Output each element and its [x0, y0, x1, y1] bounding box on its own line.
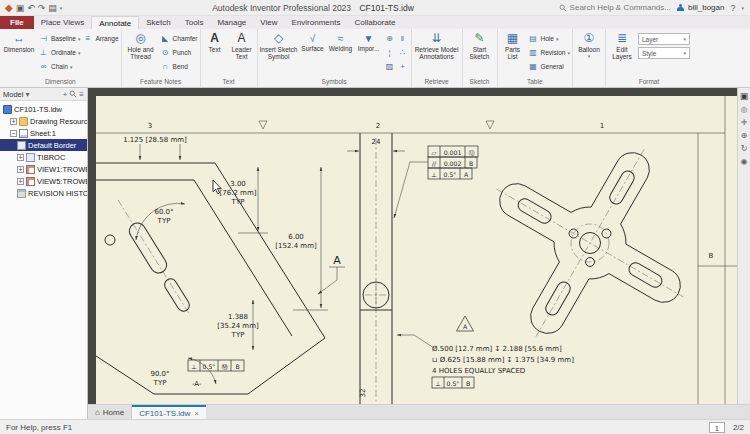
redo-icon[interactable]: ↷ — [38, 3, 46, 13]
browser-tab-caret-icon[interactable]: ▾ — [25, 90, 29, 99]
retrieve-group-label[interactable]: Retrieve — [414, 77, 460, 87]
text-group-label[interactable]: Text — [203, 77, 255, 87]
dim-24-text[interactable]: 24 — [372, 138, 381, 146]
orbit-icon[interactable]: ↻ — [741, 144, 748, 153]
edit-layers-button[interactable]: ≣ Edit Layers — [608, 30, 636, 60]
tab-sketch[interactable]: Sketch — [139, 16, 177, 29]
undo-icon[interactable]: ↶ — [27, 3, 35, 13]
style-dropdown[interactable]: Style▾ — [638, 47, 690, 59]
baseline-caret-icon[interactable]: ▾ — [78, 36, 81, 42]
dim-300-text[interactable]: 3.00 — [230, 180, 246, 188]
print-icon[interactable]: ▤ — [48, 3, 57, 13]
angle-90-text[interactable]: 90.0° — [150, 370, 169, 378]
hole-table-button[interactable]: ▤Hole▾ — [528, 32, 570, 45]
hole-table-caret-icon[interactable]: ▾ — [556, 36, 559, 42]
bend-button[interactable]: ∩Bend — [160, 60, 198, 73]
baseline-button[interactable]: ⊣Baseline▾ — [38, 32, 80, 45]
text-button[interactable]: A Text — [203, 30, 227, 53]
sketch-group-label[interactable]: Sketch — [465, 77, 495, 87]
tab-view[interactable]: View — [253, 16, 284, 29]
tree-item-drawing-resources[interactable]: +Drawing Resources — [0, 115, 87, 127]
help-search-input[interactable]: Search Help & Commands... — [559, 3, 671, 12]
tab-manage[interactable]: Manage — [210, 16, 253, 29]
angle-60-text[interactable]: 60.0° — [154, 208, 173, 216]
tab-environments[interactable]: Environments — [285, 16, 348, 29]
leader-text-button[interactable]: A Leader Text — [229, 30, 255, 60]
user-account-button[interactable]: bill_bogan — [677, 3, 724, 12]
punch-button[interactable]: ⊙Punch — [160, 46, 198, 59]
angle-90-typ-text[interactable]: TYP — [153, 379, 167, 387]
tree-item-revision-history[interactable]: REVISION HISTORY — [0, 187, 87, 199]
browser-add-icon[interactable]: + — [63, 90, 68, 99]
balloon-caret-icon[interactable]: ▾ — [588, 53, 591, 59]
format-group-label[interactable]: Format — [608, 77, 690, 87]
angle-60-typ-text[interactable]: TYP — [157, 217, 171, 225]
full-navigation-wheel-icon[interactable]: ◎ — [741, 105, 748, 114]
drawing-canvas[interactable]: 3 2 1 B — [88, 88, 737, 404]
import-symbol-button[interactable]: ▼ Impor... — [356, 30, 382, 52]
balloon-button[interactable]: ① Balloon ▾ — [575, 30, 603, 59]
center-mark-icon[interactable]: ⊕ — [384, 32, 396, 45]
hole-thread-button[interactable]: ◎ Hole and Thread — [124, 30, 158, 60]
dim-1388-text[interactable]: 1.388 — [228, 313, 248, 321]
general-table-button[interactable]: ▦General — [528, 60, 570, 73]
close-document-icon[interactable]: × — [194, 409, 199, 418]
tree-item-document[interactable]: CF101-TS.idw — [0, 103, 87, 115]
retrieve-model-annotations-button[interactable]: ⇊ Retrieve Model Annotations — [414, 30, 460, 60]
tree-item-sheet1[interactable]: −Sheet:1 — [0, 127, 87, 139]
add-symbol-icon[interactable]: + — [397, 60, 409, 73]
ordinate-caret-icon[interactable]: ▾ — [78, 50, 81, 56]
browser-tab-model[interactable]: Model — [3, 90, 23, 99]
look-at-icon[interactable]: ◉ — [741, 157, 748, 166]
dim-600-mm-text[interactable]: [152.4 mm] — [275, 242, 317, 250]
tab-tools[interactable]: Tools — [178, 16, 211, 29]
surface-button[interactable]: √ Surface — [300, 30, 326, 52]
help-icon[interactable]: ? — [730, 3, 735, 13]
zoom-icon[interactable]: ⊕ — [741, 131, 748, 140]
dimension-group-label[interactable]: Dimension — [2, 77, 119, 87]
home-tab[interactable]: ⌂ Home — [88, 405, 132, 419]
arrange-button[interactable]: ≡Arrange — [82, 32, 118, 45]
tree-item-view5[interactable]: +VIEW5:TROWEL SPE — [0, 175, 87, 187]
dim-300-typ-text[interactable]: TYP — [231, 198, 245, 206]
expander-icon[interactable]: + — [17, 166, 24, 173]
save-icon[interactable]: ▣ — [16, 3, 25, 13]
browser-search-icon[interactable] — [69, 90, 77, 98]
chain-caret-icon[interactable]: ▾ — [70, 64, 73, 70]
feature-notes-group-label[interactable]: Feature Notes — [124, 77, 198, 87]
insert-sketch-symbol-button[interactable]: ◇ Insert Sketch Symbol — [260, 30, 298, 60]
view-cube-icon[interactable]: ▣ — [740, 92, 749, 101]
tab-place-views[interactable]: Place Views — [34, 16, 91, 29]
tree-item-default-border[interactable]: Default Border — [0, 139, 87, 151]
table-group-label[interactable]: Table — [500, 77, 570, 87]
start-sketch-button[interactable]: ✎ Start Sketch — [465, 30, 495, 60]
revision-table-button[interactable]: ▥Revision▾ — [528, 46, 570, 59]
expander-icon[interactable]: + — [17, 154, 24, 161]
tree-item-tibroc[interactable]: +TIBROC — [0, 151, 87, 163]
symbols-group-label[interactable]: Symbols — [260, 77, 409, 87]
tab-annotate[interactable]: Annotate — [91, 16, 139, 29]
app-logo-icon[interactable]: ◆ — [5, 3, 13, 13]
hole-note-line2[interactable]: ⊔ Ø.625 [15.88 mm] ↧ 1.375 [34.9 mm] — [432, 356, 574, 364]
ordinate-button[interactable]: ⊥Ordinate▾ — [38, 46, 80, 59]
titlebar-dropdown-icon[interactable]: ▾ — [741, 3, 744, 13]
hatch-region-icon[interactable]: ▨ — [384, 60, 396, 73]
dim-1388-mm-text[interactable]: [35.24 mm] — [217, 322, 259, 330]
tab-file[interactable]: File — [0, 16, 34, 29]
chamfer-button[interactable]: ◣Chamfer — [160, 32, 198, 45]
centerline-icon[interactable]: ‖ — [397, 32, 409, 45]
parts-list-button[interactable]: ▦ Parts List — [500, 30, 526, 60]
chain-button[interactable]: ∞Chain▾ — [38, 60, 80, 73]
datum-a-text[interactable]: A — [333, 254, 341, 267]
dim-300-mm-text[interactable]: [76.2 mm] — [220, 189, 257, 197]
centerline-bisector-icon[interactable]: ¦ — [384, 46, 396, 59]
expander-icon[interactable]: + — [10, 118, 17, 125]
hole-note-line1[interactable]: Ø.500 [12.7 mm] ↧ 2.188 [55.6 mm] — [432, 345, 562, 353]
dim-1125-text[interactable]: 1.125 [28.58 mm] — [123, 136, 187, 144]
sheet-number-box[interactable]: 1 — [709, 422, 725, 433]
dim-1388-typ-text[interactable]: TYP — [231, 331, 245, 339]
document-tab-active[interactable]: CF101-TS.idw × — [132, 405, 206, 419]
tab-collaborate[interactable]: Collaborate — [347, 16, 402, 29]
expander-icon[interactable]: − — [10, 130, 17, 137]
layer-dropdown[interactable]: Layer▾ — [638, 33, 690, 45]
